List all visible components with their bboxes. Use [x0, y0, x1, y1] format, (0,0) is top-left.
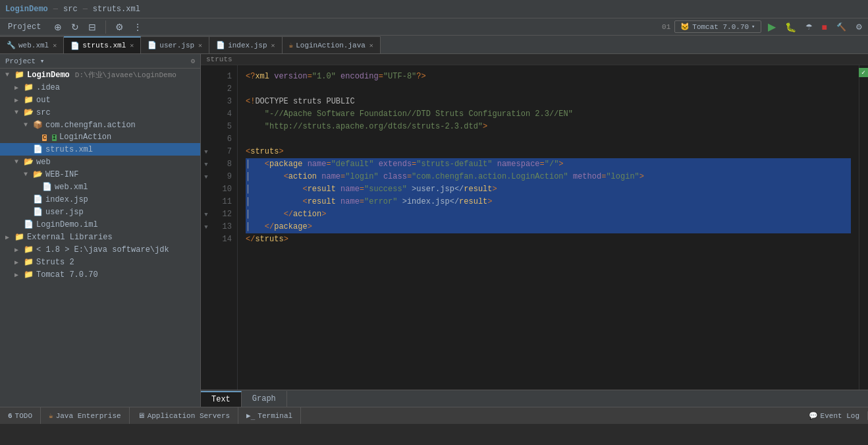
tab-web-xml-close[interactable]: ✕	[53, 42, 57, 49]
fold-btn-9[interactable]: ▼	[201, 171, 211, 183]
coverage-btn[interactable]: ☂	[803, 21, 815, 33]
line-num-7: 7	[211, 146, 237, 158]
expand-arrow-src: ▼	[14, 109, 21, 116]
status-todo[interactable]: 6 TODO	[0, 407, 41, 424]
sidebar-item-WEB-INF[interactable]: ▼ 📂 WEB-INF	[0, 168, 200, 181]
sidebar-item-LoginDemo[interactable]: ▼ 📁 LoginDemo D:\作业\javaee\LoginDemo	[0, 69, 200, 81]
run-config-selector[interactable]: 🐱 Tomcat 7.0.70 ▾	[674, 20, 761, 33]
tab-struts-xml[interactable]: 📄 struts.xml ✕	[64, 36, 141, 53]
toolbar-separator	[105, 20, 106, 34]
fold-btn-7[interactable]: ▼	[201, 146, 211, 158]
sidebar-item-web-xml[interactable]: ▶ 📄 web.xml	[0, 181, 200, 193]
code-line-12: │ </action>	[246, 208, 851, 221]
tree-label-tomcat: Tomcat 7.0.70	[36, 270, 98, 280]
tree-label-struts2: Struts 2	[36, 258, 74, 267]
tab-index-jsp[interactable]: 📄 index.jsp ✕	[209, 36, 282, 53]
title-file2: struts.xml	[93, 5, 140, 14]
tab-index-jsp-label: index.jsp	[228, 42, 267, 49]
java-icon-LA: C I	[42, 133, 57, 142]
tab-loginaction-close[interactable]: ✕	[369, 42, 373, 49]
build-btn[interactable]: 🔨	[834, 21, 849, 33]
fold-btn-8[interactable]: ▼	[201, 158, 211, 171]
bottom-tab-graph[interactable]: Graph	[242, 391, 287, 407]
gutter-checkmark: ✓	[859, 68, 868, 77]
sidebar-item-jdk[interactable]: ▶ 📁 < 1.8 > E:\java software\jdk	[0, 243, 200, 256]
status-event-log[interactable]: 💬 Event Log	[801, 411, 868, 420]
menu-project[interactable]: Project	[3, 21, 46, 33]
status-terminal[interactable]: ▶_ Terminal	[238, 407, 301, 424]
line-num-13: 13	[211, 221, 237, 233]
code-line-1: <?xml version="1.0" encoding="UTF-8"?>	[246, 71, 851, 83]
bottom-tab-text[interactable]: Text	[201, 391, 242, 407]
terminal-label: Terminal	[258, 412, 292, 420]
tree-label-web: web	[36, 158, 51, 167]
bottom-tab-text-label: Text	[211, 395, 231, 404]
tab-struts-xml-close[interactable]: ✕	[130, 42, 134, 49]
line-num-2: 2	[211, 83, 237, 96]
fold-btn-13[interactable]: ▼	[201, 221, 211, 233]
tree-label-idea: .idea	[36, 83, 60, 92]
settings-global-btn[interactable]: ⚙	[853, 21, 865, 33]
sidebar-item-web[interactable]: ▼ 📂 web	[0, 156, 200, 168]
expand-arrow-jdk: ▶	[14, 246, 21, 254]
title-file1: src	[63, 5, 78, 14]
debug-btn[interactable]: 🐛	[782, 20, 799, 34]
line-num-14: 14	[211, 233, 237, 246]
toolbar-settings-btn[interactable]: ⚙	[113, 20, 126, 34]
sidebar-item-src[interactable]: ▼ 📂 src	[0, 106, 200, 119]
code-line-8: │ <package name="default" extends="strut…	[246, 158, 851, 171]
sidebar-item-struts-xml[interactable]: ▶ 📄 struts.xml	[0, 143, 200, 156]
tab-user-jsp-icon: 📄	[148, 41, 157, 49]
toolbar-sync-btn[interactable]: ↻	[68, 20, 82, 34]
line-numbers: 1 2 3 4 5 6 7 8 9 10 11 12 13 14	[211, 65, 238, 390]
sidebar-item-struts2[interactable]: ▶ 📁 Struts 2	[0, 256, 200, 268]
tab-loginaction-java[interactable]: ☕ LoginAction.java ✕	[283, 36, 381, 53]
tree-label-jdk: < 1.8 > E:\java software\jdk	[36, 245, 169, 254]
sidebar-item-idea[interactable]: ▶ 📁 .idea	[0, 81, 200, 94]
expand-arrow-WEBINF: ▼	[24, 171, 30, 178]
line-num-12: 12	[211, 208, 237, 221]
tab-web-xml[interactable]: 🔧 web.xml ✕	[0, 36, 64, 53]
status-app-servers[interactable]: 🖥 Application Servers	[130, 407, 238, 424]
xml-icon-web: 📄	[42, 182, 52, 192]
status-right: 💬 Event Log	[801, 411, 868, 420]
expand-arrow-extlibs: ▶	[5, 233, 12, 241]
tab-user-jsp-close[interactable]: ✕	[198, 42, 202, 49]
run-btn[interactable]: ▶	[765, 19, 778, 34]
sidebar-item-index-jsp[interactable]: ▶ 📄 index.jsp	[0, 193, 200, 206]
todo-icon: 6	[8, 412, 13, 420]
tab-index-jsp-close[interactable]: ✕	[271, 42, 275, 49]
sidebar-item-LoginAction[interactable]: ▶ C I LoginAction	[0, 131, 200, 143]
sidebar-item-com-chengfan[interactable]: ▼ 📦 com.chengfan.action	[0, 119, 200, 131]
code-line-14: </struts>	[246, 233, 851, 246]
toolbar-gear-btn[interactable]: ⋮	[130, 20, 145, 34]
toolbar-collapse-btn[interactable]: ⊟	[86, 20, 99, 34]
app-name: LoginDemo	[5, 5, 48, 14]
folder-icon-LoginDemo: 📁	[14, 70, 24, 80]
expand-arrow-out: ▶	[14, 96, 21, 104]
tree-label-out: out	[36, 96, 51, 105]
folder-icon-src: 📂	[24, 107, 34, 117]
fold-btn-12[interactable]: ▼	[201, 208, 211, 221]
status-java-enterprise[interactable]: ☕ Java Enterprise	[41, 407, 130, 424]
main-layout: Project ▾ ⚙ ▼ 📁 LoginDemo D:\作业\javaee\L…	[0, 54, 868, 407]
code-line-2	[246, 83, 851, 96]
code-editor[interactable]: <?xml version="1.0" encoding="UTF-8"?> <…	[238, 65, 859, 390]
sidebar-item-tomcat[interactable]: ▶ 📁 Tomcat 7.0.70	[0, 268, 200, 281]
stop-btn[interactable]: ■	[819, 20, 830, 34]
app-servers-icon: 🖥	[138, 411, 145, 420]
line-num-6: 6	[211, 133, 237, 146]
sidebar-item-external-libs[interactable]: ▶ 📁 External Libraries	[0, 231, 200, 243]
expand-arrow-web: ▼	[14, 158, 21, 165]
toolbar-add-btn[interactable]: ⊕	[51, 20, 65, 34]
sidebar-item-out[interactable]: ▶ 📁 out	[0, 94, 200, 106]
sidebar-item-LoginDemo-iml[interactable]: ▶ 📄 LoginDemo.iml	[0, 218, 200, 231]
sidebar-item-user-jsp[interactable]: ▶ 📄 user.jsp	[0, 206, 200, 218]
tree-label-webxml: web.xml	[55, 183, 88, 192]
tree-label-LA: LoginAction	[59, 133, 111, 142]
tab-user-jsp[interactable]: 📄 user.jsp ✕	[141, 36, 209, 53]
editor-content[interactable]: ▼ ▼ ▼ ▼ ▼ 1 2 3 4 5 6 7 8 9 10 11 12 13	[201, 65, 868, 390]
event-log-label: Event Log	[821, 412, 859, 420]
tab-web-xml-label: web.xml	[18, 42, 49, 49]
app-servers-label: Application Servers	[148, 412, 230, 420]
